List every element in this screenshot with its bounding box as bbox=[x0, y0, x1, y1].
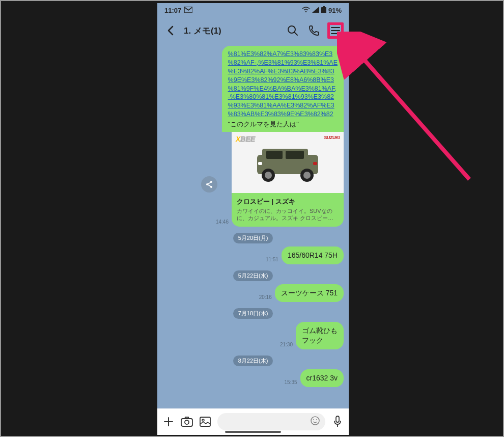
message-time: 21:30 bbox=[280, 342, 293, 347]
message-bubble[interactable]: ゴム靴ひも フック bbox=[296, 322, 344, 349]
svg-rect-10 bbox=[266, 151, 283, 159]
card-description: カワイイのに、カッコイイ。SUVなのに、カジュアル。スズキ クロスビー… bbox=[237, 207, 339, 222]
battery-icon bbox=[321, 6, 326, 15]
message-url-link[interactable]: %81%E3%82%A7%E3%83%83%E3 %82%AF-,%E3%81%… bbox=[228, 50, 338, 119]
gallery-button[interactable] bbox=[199, 416, 211, 428]
date-separator: 5月22日(水) bbox=[233, 270, 273, 281]
svg-rect-30 bbox=[336, 416, 339, 422]
card-title: クロスビー | スズキ bbox=[237, 197, 339, 206]
message-time: 14:46 bbox=[216, 219, 229, 225]
chat-header: 1. メモ(1) bbox=[157, 17, 349, 44]
message-bubble[interactable]: 165/60R14 75H bbox=[282, 247, 344, 264]
svg-point-27 bbox=[311, 417, 319, 425]
share-button[interactable] bbox=[201, 176, 217, 193]
message-time: 20:16 bbox=[259, 294, 272, 300]
mail-icon bbox=[184, 7, 192, 14]
svg-point-29 bbox=[316, 419, 317, 420]
svg-point-26 bbox=[202, 419, 204, 421]
date-separator: 7月18日(木) bbox=[233, 308, 273, 319]
svg-rect-11 bbox=[286, 151, 304, 159]
wifi-icon bbox=[302, 7, 310, 14]
svg-line-32 bbox=[357, 52, 469, 179]
message-input[interactable] bbox=[217, 413, 325, 430]
status-bar: 11:07 91% bbox=[157, 3, 349, 17]
message-bubble[interactable]: スーツケース 751 bbox=[275, 284, 344, 302]
home-indicator[interactable] bbox=[225, 431, 281, 433]
svg-rect-2 bbox=[323, 6, 325, 7]
chat-area[interactable]: %81%E3%82%A7%E3%83%83%E3 %82%AF-,%E3%81%… bbox=[157, 44, 349, 408]
svg-rect-3 bbox=[321, 7, 326, 13]
link-preview-card[interactable]: XBEE SUZUKI bbox=[232, 132, 344, 227]
date-separator: 5月20日(月) bbox=[233, 233, 273, 243]
camera-button[interactable] bbox=[181, 416, 193, 428]
svg-point-1 bbox=[305, 11, 307, 12]
emoji-button[interactable] bbox=[310, 416, 320, 428]
call-button[interactable] bbox=[306, 22, 322, 39]
message-time: 15:35 bbox=[284, 379, 297, 385]
menu-button[interactable] bbox=[327, 22, 344, 39]
xbee-logo: XBEE bbox=[236, 135, 255, 143]
svg-rect-17 bbox=[313, 162, 317, 165]
svg-point-28 bbox=[313, 419, 314, 420]
suzuki-logo: SUZUKI bbox=[324, 135, 340, 140]
svg-rect-25 bbox=[200, 417, 210, 426]
battery-percent: 91% bbox=[328, 7, 342, 14]
chat-title: 1. メモ(1) bbox=[184, 25, 279, 37]
message-url-bubble[interactable]: %81%E3%82%A7%E3%83%83%E3 %82%AF-,%E3%81%… bbox=[222, 46, 344, 132]
mic-button[interactable] bbox=[331, 416, 344, 428]
message-time: 11:51 bbox=[266, 257, 278, 262]
back-button[interactable] bbox=[162, 22, 179, 39]
message-caption: "このクルマを見た人は" bbox=[228, 120, 338, 129]
svg-point-24 bbox=[185, 420, 189, 424]
svg-point-15 bbox=[303, 172, 311, 179]
search-button[interactable] bbox=[285, 22, 301, 39]
phone-frame: 11:07 91% 1. メモ(1) bbox=[157, 3, 349, 435]
message-bubble[interactable]: cr1632 3v bbox=[300, 369, 344, 387]
card-image: XBEE SUZUKI bbox=[232, 132, 344, 193]
signal-icon bbox=[312, 7, 319, 14]
svg-rect-16 bbox=[258, 162, 262, 165]
plus-button[interactable] bbox=[162, 416, 175, 428]
svg-point-13 bbox=[265, 172, 272, 179]
status-time: 11:07 bbox=[164, 7, 181, 14]
date-separator: 8月22日(木) bbox=[233, 356, 273, 366]
annotation-arrow bbox=[337, 32, 490, 195]
